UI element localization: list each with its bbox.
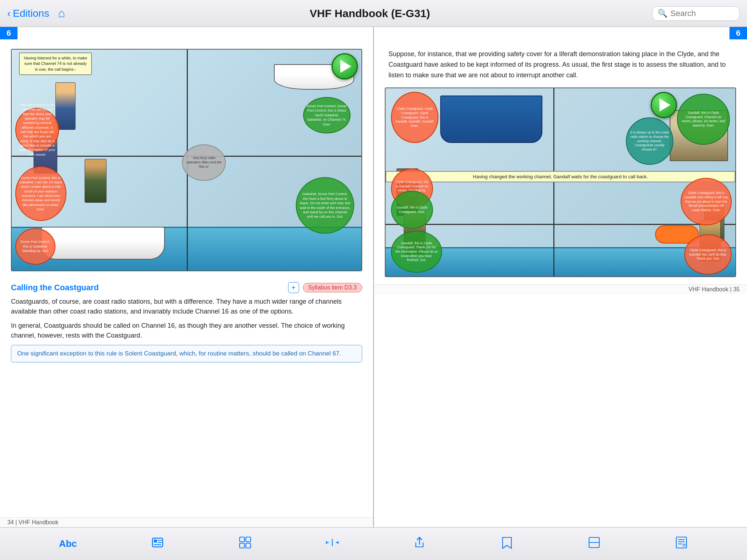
bubble-gray-1: Very busy radio operators often omit the…: [182, 144, 226, 181]
svg-rect-19: [682, 543, 686, 547]
play-button-right[interactable]: [651, 92, 677, 118]
left-footer-text: 34 | VHF Handbook: [7, 519, 58, 526]
left-page-badge: 6: [0, 27, 18, 39]
syllabus-badge: Syllabus item D3.3: [303, 283, 362, 292]
bottom-toolbar: Abc: [0, 527, 747, 560]
svg-marker-12: [503, 537, 511, 548]
motorboat-figure: [41, 227, 165, 260]
main-content: 6 Having listened for a while, to make s…: [0, 27, 747, 527]
right-bubble-green-1: Gandalf, this is Clyde Coastguard. Chann…: [677, 94, 730, 145]
left-comic-interior: Having listened for a while, to make sur…: [12, 50, 361, 271]
bubble-green-2: Galadriel, Dover Port Control, We have a…: [296, 177, 354, 234]
svg-rect-5: [240, 537, 244, 542]
bubble-red-2: Dover Port Control, this is Galadriel, I…: [15, 166, 66, 221]
svg-rect-7: [240, 543, 244, 548]
play-triangle-icon: [340, 60, 351, 73]
left-comic-panel: Having listened for a while, to make sur…: [11, 49, 362, 271]
right-page-panel: 6 Suppose, for instance, that we providi…: [373, 27, 747, 527]
play-triangle-icon-right: [659, 98, 670, 112]
back-chevron-icon: ‹: [7, 8, 11, 19]
bubble-green-1: Dover Port Control, Dover Port Control, …: [303, 97, 351, 133]
section-header: Calling the Coastguard + Syllabus item D…: [11, 282, 362, 293]
notes-toolbar-item[interactable]: [675, 536, 688, 552]
right-comic-interior: Having changed the working channel, Gand…: [386, 88, 735, 276]
nav-left-group: ‹ Editions ⌂: [7, 7, 88, 20]
right-intro-text: Suppose, for instance, that we providing…: [374, 27, 747, 88]
bubble-red-3: Dover Port Control, this is Galadriel. S…: [15, 228, 55, 265]
right-bubble-green-2: Gandalf, this is Clyde Coastguard. Over.: [391, 191, 433, 229]
page-title: VHF Handbook (E-G31): [88, 7, 652, 20]
right-bubble-red-3: Clyde Coastguard, this is Gandalf Just c…: [681, 178, 732, 225]
right-h-bot-divider: [386, 224, 735, 225]
left-text-section: Calling the Coastguard + Syllabus item D…: [0, 279, 373, 517]
left-page-footer: 34 | VHF Handbook: [0, 517, 373, 527]
right-page-badge: 6: [729, 27, 747, 39]
bubble-red-1: The call is similar to an intership call…: [15, 108, 59, 152]
right-comic-panel: Having changed the working channel, Gand…: [385, 88, 736, 277]
caption-box-top: Having listened for a while, to make sur…: [19, 52, 92, 75]
svg-rect-1: [154, 540, 157, 542]
layout-toolbar-item[interactable]: [588, 536, 601, 552]
notes-icon: [675, 536, 688, 552]
bookmark-toolbar-item[interactable]: [500, 536, 514, 552]
svg-rect-6: [246, 537, 251, 542]
fit-width-icon: [326, 536, 339, 552]
right-bubble-green-3: Gandalf, this is Clyde Coastguard. Thank…: [391, 231, 442, 273]
library-toolbar-item[interactable]: [151, 536, 164, 552]
home-button[interactable]: ⌂: [58, 7, 65, 20]
share-icon: [413, 536, 426, 552]
right-bubble-red-4: Clyde Coastguard, this is Gandalf Yes, w…: [684, 234, 732, 275]
fit-toolbar-item[interactable]: [326, 536, 339, 552]
highlight-box: One significant exception to this rule i…: [11, 345, 362, 362]
share-toolbar-item[interactable]: [413, 536, 426, 552]
body-paragraph-1: Coastguards, of course, are coast radio …: [11, 297, 362, 316]
person-figure-3: [85, 159, 107, 203]
section-title: Calling the Coastguard: [11, 283, 99, 292]
search-icon: 🔍: [658, 9, 667, 18]
layout-icon: [588, 536, 601, 552]
bookmark-icon: [500, 536, 514, 552]
person-figure-1: [55, 82, 76, 130]
grid-toolbar-item[interactable]: [239, 536, 252, 552]
editions-button[interactable]: Editions: [13, 8, 49, 19]
search-bar: 🔍: [652, 6, 740, 21]
library-icon: [151, 536, 164, 552]
search-field[interactable]: 🔍: [652, 6, 740, 21]
grid-icon: [239, 536, 252, 552]
caption-mid: Having changed the working channel, Gand…: [386, 171, 735, 182]
search-input[interactable]: [670, 9, 734, 18]
svg-rect-8: [246, 543, 251, 548]
right-page-footer: VHF Handbook | 35: [374, 284, 747, 294]
left-page-panel: 6 Having listened for a while, to make s…: [0, 27, 373, 527]
right-bubble-red-1: Clyde Coastguard, Clyde Coastguard, Clyd…: [391, 92, 438, 143]
abc-toolbar-item[interactable]: Abc: [59, 538, 77, 549]
right-bubble-teal-1: It is always up to the coast radio stati…: [626, 117, 673, 165]
abc-tool-label: Abc: [59, 538, 77, 549]
add-button[interactable]: +: [288, 282, 299, 293]
right-boat-figure: [440, 96, 542, 143]
top-navigation-bar: ‹ Editions ⌂ VHF Handbook (E-G31) 🔍: [0, 0, 747, 27]
body-paragraph-2: In general, Coastguards should be called…: [11, 321, 362, 341]
play-button-left[interactable]: [332, 53, 358, 79]
right-footer-text: VHF Handbook | 35: [689, 286, 740, 293]
